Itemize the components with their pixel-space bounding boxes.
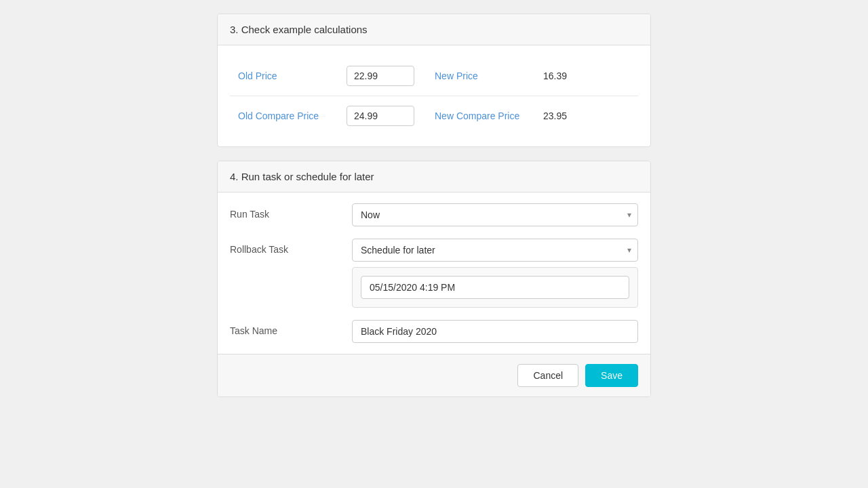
card-footer: Cancel Save [218, 354, 650, 396]
save-button[interactable]: Save [585, 364, 638, 387]
run-task-control: NowSchedule for later ▾ [352, 203, 638, 226]
schedule-datetime-box [352, 267, 638, 308]
section4-card: 4. Run task or schedule for later Run Ta… [217, 161, 651, 397]
rollback-task-select[interactable]: NowSchedule for later [352, 239, 638, 262]
price-input-cell-1 [338, 96, 427, 136]
rollback-task-group: Rollback Task NowSchedule for later ▾ [230, 239, 638, 308]
price-label-1: Old Compare Price [230, 96, 338, 136]
run-task-label: Run Task [230, 203, 352, 220]
datetime-input[interactable] [361, 276, 629, 299]
task-name-control [352, 320, 638, 343]
rollback-task-select-wrapper: NowSchedule for later ▾ [352, 239, 638, 262]
task-name-label: Task Name [230, 320, 352, 336]
price-label-0: Old Price [230, 56, 338, 96]
price-input-1[interactable] [347, 106, 414, 126]
task-name-group: Task Name [230, 320, 638, 343]
cancel-button[interactable]: Cancel [517, 364, 578, 387]
section4-header: 4. Run task or schedule for later [218, 161, 650, 192]
section3-body: Old Price New Price 16.39 Old Compare Pr… [218, 45, 650, 146]
page-wrapper: 3. Check example calculations Old Price … [217, 14, 651, 397]
new-price-value-1: 23.95 [535, 96, 638, 136]
new-price-value-0: 16.39 [535, 56, 638, 96]
price-input-0[interactable] [347, 66, 414, 86]
run-task-select[interactable]: NowSchedule for later [352, 203, 638, 226]
price-row: Old Price New Price 16.39 [230, 56, 638, 96]
rollback-task-label: Rollback Task [230, 239, 352, 255]
new-price-label-1: New Compare Price [427, 96, 535, 136]
section3-card: 3. Check example calculations Old Price … [217, 14, 651, 147]
price-table: Old Price New Price 16.39 Old Compare Pr… [230, 56, 638, 136]
run-task-select-wrapper: NowSchedule for later ▾ [352, 203, 638, 226]
price-row: Old Compare Price New Compare Price 23.9… [230, 96, 638, 136]
section3-header: 3. Check example calculations [218, 14, 650, 45]
section4-body: Run Task NowSchedule for later ▾ Rollbac… [218, 192, 650, 354]
run-task-group: Run Task NowSchedule for later ▾ [230, 203, 638, 226]
price-input-cell-0 [338, 56, 427, 96]
task-name-input[interactable] [352, 320, 638, 343]
new-price-label-0: New Price [427, 56, 535, 96]
rollback-task-control: NowSchedule for later ▾ [352, 239, 638, 308]
